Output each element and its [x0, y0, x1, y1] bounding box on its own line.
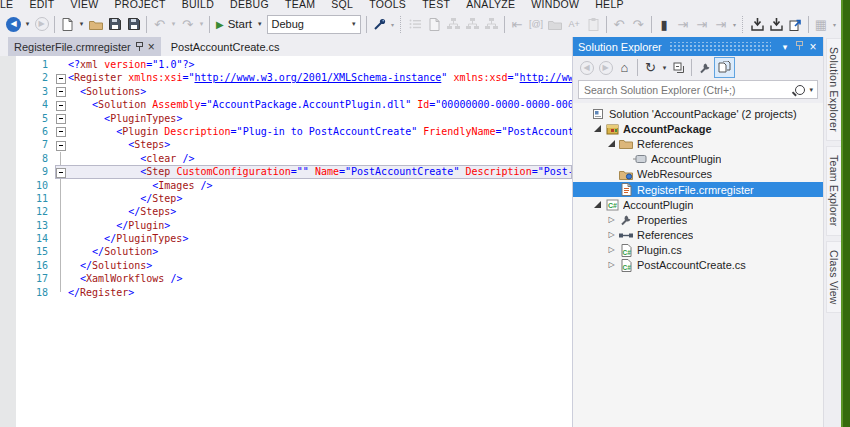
collapsed-arrow-icon[interactable]: ▷ — [605, 216, 618, 224]
tree-item-references[interactable]: ▷References — [573, 228, 823, 243]
overflow2-icon[interactable]: ▾ — [831, 13, 839, 35]
se-back-icon[interactable]: ◀ — [577, 58, 596, 77]
menu-test[interactable]: TEST — [414, 0, 458, 11]
format-icon[interactable]: A+ — [565, 13, 584, 35]
tree-item-plugin-cs[interactable]: ▷C#Plugin.cs — [573, 243, 823, 258]
sync-with-active-document-icon[interactable]: ↻ — [641, 58, 660, 77]
auto-hide-pin-icon[interactable] — [792, 41, 806, 53]
side-tab-solution-explorer[interactable]: Solution Explorer — [826, 38, 842, 141]
collapse-box-icon[interactable] — [56, 114, 66, 124]
code-line[interactable]: 4<Solution Assembly="AccountPackage.Acco… — [16, 98, 572, 111]
tree-item-accountplugin[interactable]: AccountPlugin — [573, 152, 823, 167]
code-line[interactable]: 17<XamlWorkflows /> — [16, 272, 572, 285]
document-outline-icon[interactable] — [406, 13, 425, 35]
menu-file[interactable]: FILE — [0, 0, 21, 11]
code-line[interactable]: 1<?xml version="1.0"?> — [16, 58, 572, 71]
pin-icon[interactable] — [136, 42, 143, 52]
menu-tools[interactable]: TOOLS — [361, 0, 414, 11]
code-line[interactable]: 18</Register> — [16, 286, 572, 299]
navigate-forward-region-icon[interactable]: ↷ — [629, 13, 648, 35]
import-settings-icon[interactable] — [786, 13, 805, 35]
attach-icon[interactable] — [370, 13, 389, 35]
close-panel-icon[interactable]: × — [806, 40, 820, 54]
fold-margin[interactable] — [55, 165, 68, 178]
tree-item-accountpackage[interactable]: AccountPackage — [573, 121, 823, 136]
fold-margin[interactable] — [55, 272, 68, 285]
fold-margin[interactable] — [55, 152, 68, 165]
insert-attribute-icon[interactable]: [@] — [527, 13, 546, 35]
new-file-dropdown[interactable]: ▾ — [77, 13, 86, 35]
collapse-box-icon[interactable] — [56, 127, 66, 137]
sync-dropdown[interactable]: ▾ — [660, 58, 669, 77]
code-line[interactable]: 16</Solutions> — [16, 259, 572, 272]
navigate-forward-icon[interactable]: ▶ — [32, 13, 51, 35]
next-bookmark-icon[interactable]: ⇥ — [693, 13, 712, 35]
code-line[interactable]: 6<Plugin Description="Plug-in to PostAcc… — [16, 125, 572, 138]
collapse-all-icon[interactable] — [669, 58, 688, 77]
show-all-files-icon[interactable] — [714, 57, 735, 78]
undo-dropdown[interactable]: ▾ — [169, 13, 178, 35]
collapsed-arrow-icon[interactable]: ▷ — [605, 261, 618, 269]
next-bookmark-folder-icon[interactable]: ⇥ — [712, 13, 731, 35]
redo-icon[interactable]: ↷ — [178, 13, 197, 35]
fold-margin[interactable] — [55, 232, 68, 245]
tree-item-postaccountcreate-cs[interactable]: ▷C#PostAccountCreate.cs — [573, 258, 823, 273]
fold-margin[interactable] — [55, 192, 68, 205]
search-input[interactable] — [579, 84, 795, 96]
code-line[interactable]: 9<Step CustomConfiguration="" Name="Post… — [16, 165, 572, 178]
fold-margin[interactable] — [55, 219, 68, 232]
menu-window[interactable]: WINDOW — [523, 0, 587, 11]
menu-help[interactable]: HELP — [587, 0, 632, 11]
home-icon[interactable]: ⌂ — [615, 58, 634, 77]
collapse-box-icon[interactable] — [56, 141, 66, 151]
code-line[interactable]: 14</PluginTypes> — [16, 232, 572, 245]
tab-postaccountcreate-cs[interactable]: PostAccountCreate.cs — [161, 37, 290, 56]
collapse-box-icon[interactable] — [56, 87, 66, 97]
code-line[interactable]: 12</Steps> — [16, 205, 572, 218]
schema-view-icon[interactable] — [444, 13, 463, 35]
fold-margin[interactable] — [55, 112, 68, 125]
fold-margin[interactable] — [55, 125, 68, 138]
fold-margin[interactable] — [55, 58, 68, 71]
expanded-arrow-icon[interactable] — [591, 125, 604, 132]
menu-view[interactable]: VIEW — [63, 0, 107, 11]
navigate-backward-icon[interactable]: ◀ — [4, 13, 23, 35]
collapsed-arrow-icon[interactable]: ▷ — [605, 231, 618, 239]
code-line[interactable]: 2<Register xmlns:xsi="http://www.w3.org/… — [16, 71, 572, 84]
fold-margin[interactable] — [55, 138, 68, 151]
code-line[interactable]: 7<Steps> — [16, 138, 572, 151]
code-line[interactable]: 10<Images /> — [16, 179, 572, 192]
window-position-icon[interactable]: ▾ — [778, 42, 792, 52]
side-tab-class-view[interactable]: Class View — [826, 241, 842, 314]
fold-margin[interactable] — [55, 179, 68, 192]
restore-collapsed-regions-icon[interactable] — [767, 13, 786, 35]
tree-item-webresources[interactable]: WebResources — [573, 167, 823, 182]
tree-item-registerfile-crmregister[interactable]: RegisterFile.crmregister — [573, 182, 823, 197]
collapse-box-icon[interactable] — [56, 74, 66, 84]
code-line[interactable]: 15</Solution> — [16, 245, 572, 258]
save-icon[interactable] — [105, 13, 124, 35]
close-icon[interactable]: × — [148, 41, 155, 53]
tree-item-properties[interactable]: ▷Properties — [573, 212, 823, 227]
code-line[interactable]: 11</Step> — [16, 192, 572, 205]
tree-item-solution-accountpackage-2-projects[interactable]: Solution 'AccountPackage' (2 projects) — [573, 106, 823, 121]
expanded-arrow-icon[interactable] — [591, 201, 604, 208]
graph-view-icon[interactable] — [482, 13, 501, 35]
code-line[interactable]: 13</Plugin> — [16, 219, 572, 232]
decrease-indent-icon[interactable]: ⇤ — [508, 13, 527, 35]
open-file-icon[interactable] — [86, 13, 105, 35]
new-file-icon[interactable] — [58, 13, 77, 35]
save-all-icon[interactable] — [124, 13, 143, 35]
content-view-icon[interactable] — [463, 13, 482, 35]
code-line[interactable]: 5<PluginTypes> — [16, 112, 572, 125]
toolbar-overflow-icon[interactable]: ▾ — [389, 13, 397, 35]
document-icon[interactable] — [425, 13, 444, 35]
menu-debug[interactable]: DEBUG — [222, 0, 277, 11]
menu-analyze[interactable]: ANALYZE — [458, 0, 523, 11]
menu-build[interactable]: BUILD — [174, 0, 222, 11]
group-nodes-icon[interactable] — [546, 13, 565, 35]
previous-bookmark-icon[interactable]: ⇥ — [674, 13, 693, 35]
fold-margin[interactable] — [55, 85, 68, 98]
save-collapsed-regions-icon[interactable] — [748, 13, 767, 35]
redo-dropdown[interactable]: ▾ — [197, 13, 206, 35]
